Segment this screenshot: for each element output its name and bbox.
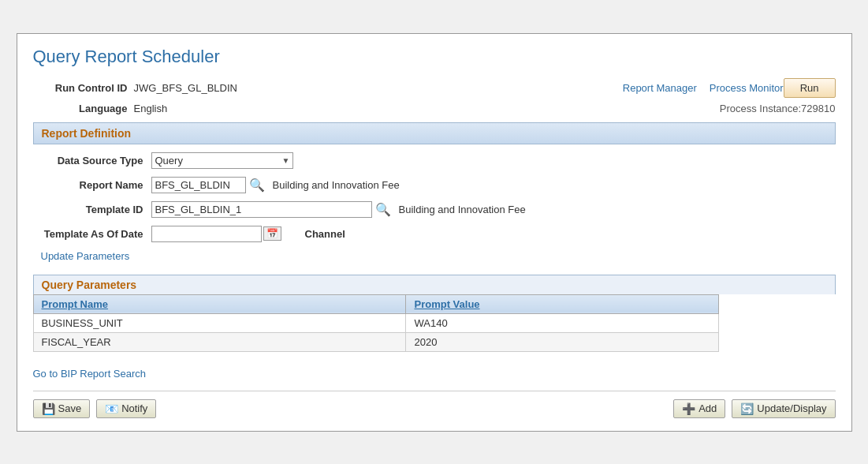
query-parameters-table: Prompt Name Prompt Value BUSINESS_UNITWA… [33, 294, 719, 352]
prompt-value-cell: WA140 [406, 313, 718, 332]
update-display-icon: 🔄 [740, 402, 754, 415]
page-title: Query Report Scheduler [33, 47, 836, 67]
report-definition-header: Report Definition [33, 122, 836, 144]
notify-icon: 📧 [105, 402, 118, 415]
template-id-desc: Building and Innovation Fee [399, 204, 526, 215]
report-name-search-icon[interactable]: 🔍 [249, 178, 265, 193]
table-row: BUSINESS_UNITWA140 [33, 313, 718, 332]
query-parameters-title: Query Parameters [33, 275, 836, 294]
add-label: Add [698, 402, 717, 414]
bip-report-search-link[interactable]: Go to BIP Report Search [33, 368, 147, 380]
data-source-type-wrapper: Query ▼ [151, 152, 293, 169]
prompt-value-cell: 2020 [406, 332, 718, 351]
template-as-of-date-input[interactable] [151, 226, 262, 242]
template-id-label: Template ID [41, 204, 143, 215]
run-control-id-value: JWG_BFS_GL_BLDIN [134, 82, 591, 94]
data-source-type-select[interactable]: Query [151, 152, 293, 169]
calendar-icon[interactable]: 📅 [263, 226, 281, 241]
col-prompt-value[interactable]: Prompt Value [406, 294, 718, 313]
update-parameters-link[interactable]: Update Parameters [41, 250, 130, 262]
template-id-input[interactable] [151, 201, 372, 218]
prompt-name-cell: FISCAL_YEAR [33, 332, 406, 351]
footer-bar: 💾 Save 📧 Notify ➕ Add 🔄 Update/Display [33, 391, 836, 418]
save-icon: 💾 [42, 402, 55, 415]
save-button[interactable]: 💾 Save [33, 399, 91, 418]
run-button[interactable]: Run [784, 78, 836, 98]
col-prompt-name[interactable]: Prompt Name [33, 294, 406, 313]
prompt-name-cell: BUSINESS_UNIT [33, 313, 406, 332]
report-name-label: Report Name [41, 179, 143, 191]
report-name-input[interactable] [151, 177, 246, 193]
query-parameters-section: Query Parameters Prompt Name Prompt Valu… [33, 275, 836, 352]
update-display-button[interactable]: 🔄 Update/Display [732, 399, 835, 418]
run-control-id-label: Run Control ID [33, 82, 128, 94]
process-instance: Process Instance:729810 [720, 103, 836, 114]
template-id-search-icon[interactable]: 🔍 [375, 202, 391, 217]
template-as-of-date-label: Template As Of Date [41, 228, 143, 240]
save-label: Save [58, 402, 82, 414]
data-source-type-label: Data Source Type [41, 155, 143, 167]
notify-label: Notify [121, 402, 147, 414]
table-row: FISCAL_YEAR2020 [33, 332, 718, 351]
update-display-label: Update/Display [757, 402, 826, 414]
channel-label: Channel [305, 228, 345, 240]
notify-button[interactable]: 📧 Notify [96, 399, 156, 418]
add-icon: ➕ [682, 402, 695, 415]
add-button[interactable]: ➕ Add [673, 399, 725, 418]
report-name-desc: Building and Innovation Fee [273, 179, 400, 191]
language-value: English [134, 103, 562, 114]
report-manager-link[interactable]: Report Manager [623, 82, 697, 94]
language-label: Language [33, 103, 128, 114]
process-monitor-link[interactable]: Process Monitor [710, 82, 784, 94]
